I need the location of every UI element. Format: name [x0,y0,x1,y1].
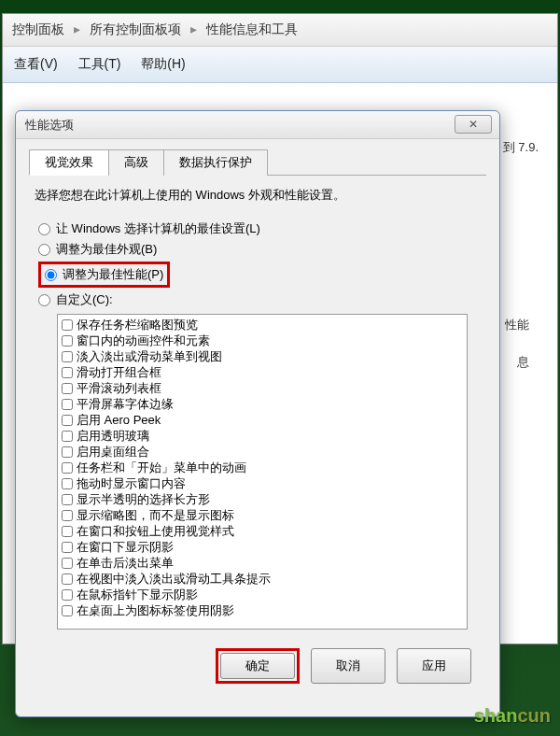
checkbox-label: 启用透明玻璃 [77,428,149,444]
checkbox-label: 淡入淡出或滑动菜单到视图 [77,348,222,364]
menu-tools[interactable]: 工具(T) [78,56,121,71]
breadcrumb-item[interactable]: 所有控制面板项 [90,21,181,36]
checkbox-input[interactable] [62,462,73,474]
chevron-right-icon: ▸ [190,21,197,36]
checkbox-label: 在单击后淡出菜单 [77,555,174,571]
effect-checkbox-item[interactable]: 显示半透明的选择长方形 [60,491,465,507]
dialog-titlebar[interactable]: 性能选项 ✕ [16,111,499,139]
highlight-annotation: 确定 [216,648,300,684]
apply-button[interactable]: 应用 [397,648,471,684]
checkbox-label: 在鼠标指针下显示阴影 [77,587,198,602]
breadcrumb-item[interactable]: 性能信息和工具 [206,21,298,36]
menu-bar: 查看(V) 工具(T) 帮助(H) [3,47,557,83]
checkbox-label: 显示半透明的选择长方形 [77,491,210,507]
checkbox-label: 启用桌面组合 [77,444,149,460]
checkbox-input[interactable] [62,510,73,521]
radio-input[interactable] [38,223,50,235]
tab-strip: 视觉效果 高级 数据执行保护 [29,149,486,176]
checkbox-input[interactable] [62,367,73,378]
checkbox-input[interactable] [62,494,73,505]
effect-checkbox-item[interactable]: 拖动时显示窗口内容 [60,475,465,491]
checkbox-label: 启用 Aero Peek [77,412,161,428]
side-label: 性能 [505,317,529,333]
checkbox-input[interactable] [62,526,73,537]
radio-input[interactable] [45,269,57,281]
breadcrumb: 控制面板 ▸ 所有控制面板项 ▸ 性能信息和工具 [3,14,557,47]
side-label: 息 [517,354,529,371]
checkbox-input[interactable] [62,589,73,601]
close-button[interactable]: ✕ [455,115,492,134]
effect-checkbox-item[interactable]: 启用透明玻璃 [60,428,465,444]
effect-checkbox-item[interactable]: 启用 Aero Peek [60,412,465,428]
checkbox-input[interactable] [62,478,73,489]
effect-checkbox-item[interactable]: 窗口内的动画控件和元素 [60,333,465,348]
checkbox-label: 在桌面上为图标标签使用阴影 [77,602,234,618]
watermark: shancun [474,705,551,727]
menu-view[interactable]: 查看(V) [14,56,58,71]
checkbox-input[interactable] [62,431,73,442]
highlight-annotation: 调整为最佳性能(P) [38,262,170,288]
checkbox-input[interactable] [62,351,73,362]
checkbox-input[interactable] [62,605,73,616]
effects-checkbox-list[interactable]: 保存任务栏缩略图预览窗口内的动画控件和元素淡入淡出或滑动菜单到视图滑动打开组合框… [57,314,468,630]
ok-button[interactable]: 确定 [220,653,295,679]
instruction-text: 选择您想在此计算机上使用的 Windows 外观和性能设置。 [35,187,481,204]
checkbox-input[interactable] [62,319,73,331]
effect-checkbox-item[interactable]: 在桌面上为图标标签使用阴影 [60,602,465,618]
checkbox-input[interactable] [62,446,73,458]
effect-checkbox-item[interactable]: 在窗口下显示阴影 [60,539,465,555]
menu-help[interactable]: 帮助(H) [141,56,185,71]
effect-checkbox-item[interactable]: 显示缩略图，而不是显示图标 [60,507,465,523]
checkbox-label: 任务栏和「开始」菜单中的动画 [77,460,246,475]
effect-checkbox-item[interactable]: 任务栏和「开始」菜单中的动画 [60,460,465,475]
checkbox-input[interactable] [62,415,73,426]
breadcrumb-item[interactable]: 控制面板 [12,21,64,36]
radio-input[interactable] [38,244,50,256]
checkbox-input[interactable] [62,399,73,410]
effect-checkbox-item[interactable]: 保存任务栏缩略图预览 [60,317,465,333]
effect-checkbox-item[interactable]: 在窗口和按钮上使用视觉样式 [60,523,465,539]
cancel-button[interactable]: 取消 [311,648,385,684]
checkbox-label: 平滑屏幕字体边缘 [77,396,174,412]
checkbox-input[interactable] [62,573,73,585]
checkbox-label: 在窗口和按钮上使用视觉样式 [77,523,234,539]
effect-checkbox-item[interactable]: 滑动打开组合框 [60,364,465,380]
effect-checkbox-item[interactable]: 平滑滚动列表框 [60,380,465,396]
chevron-right-icon: ▸ [74,21,80,36]
radio-best-appearance[interactable]: 调整为最佳外观(B) [38,241,477,258]
effect-checkbox-item[interactable]: 在视图中淡入淡出或滑动工具条提示 [60,571,465,587]
button-row: 确定 取消 应用 [29,639,486,684]
checkbox-input[interactable] [62,383,73,394]
checkbox-label: 窗口内的动画控件和元素 [77,333,210,348]
effect-checkbox-item[interactable]: 在单击后淡出菜单 [60,555,465,571]
checkbox-label: 在视图中淡入淡出或滑动工具条提示 [77,571,271,587]
radio-custom[interactable]: 自定义(C): [38,291,477,308]
effect-checkbox-item[interactable]: 在鼠标指针下显示阴影 [60,587,465,602]
checkbox-label: 平滑滚动列表框 [77,380,161,396]
radio-group: 让 Windows 选择计算机的最佳设置(L) 调整为最佳外观(B) 调整为最佳… [38,220,477,308]
effect-checkbox-item[interactable]: 平滑屏幕字体边缘 [60,396,465,412]
checkbox-input[interactable] [62,542,73,553]
checkbox-label: 拖动时显示窗口内容 [77,475,186,491]
tab-dep[interactable]: 数据执行保护 [163,149,268,176]
checkbox-label: 滑动打开组合框 [77,364,161,380]
dialog-title: 性能选项 [25,117,74,134]
effect-checkbox-item[interactable]: 淡入淡出或滑动菜单到视图 [60,348,465,364]
radio-let-windows[interactable]: 让 Windows 选择计算机的最佳设置(L) [38,220,477,237]
tab-visual-effects[interactable]: 视觉效果 [29,149,109,176]
tab-advanced[interactable]: 高级 [108,149,164,176]
effect-checkbox-item[interactable]: 启用桌面组合 [60,444,465,460]
performance-options-dialog: 性能选项 ✕ 视觉效果 高级 数据执行保护 选择您想在此计算机上使用的 Wind… [15,110,500,717]
radio-input[interactable] [38,294,50,306]
checkbox-label: 保存任务栏缩略图预览 [77,317,198,333]
checkbox-label: 显示缩略图，而不是显示图标 [77,507,234,523]
radio-best-performance[interactable]: 调整为最佳性能(P) [45,266,163,283]
close-icon: ✕ [469,118,478,131]
checkbox-input[interactable] [62,335,73,347]
checkbox-input[interactable] [62,558,73,569]
checkbox-label: 在窗口下显示阴影 [77,539,174,555]
